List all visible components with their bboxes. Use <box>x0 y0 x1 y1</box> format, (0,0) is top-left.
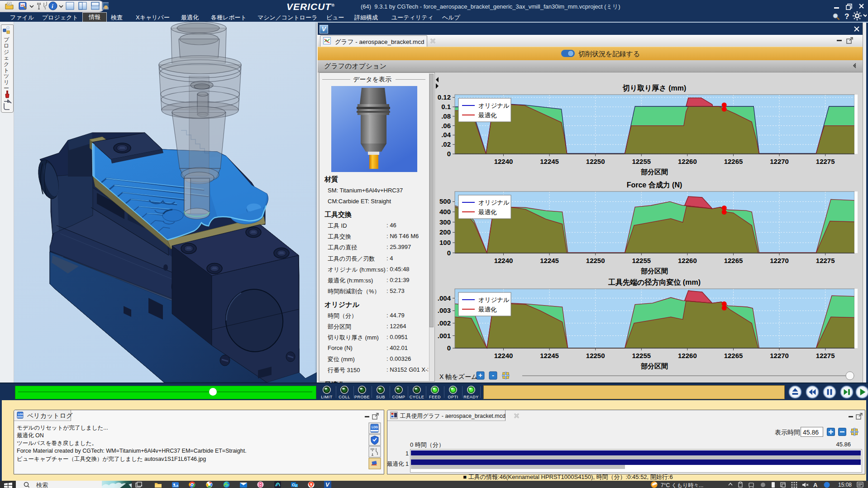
svg-text:A: A <box>813 482 818 488</box>
svg-text:200: 200 <box>439 228 451 236</box>
svg-text:Force 合成力 (N): Force 合成力 (N) <box>627 181 682 189</box>
svg-text:12250: 12250 <box>586 352 605 359</box>
svg-text:オリジナル: オリジナル <box>478 297 510 303</box>
svg-text:12260: 12260 <box>678 257 697 264</box>
svg-text:12260: 12260 <box>678 352 697 359</box>
svg-text:最適化: 最適化 <box>478 112 497 119</box>
svg-text:12275: 12275 <box>816 257 835 264</box>
svg-text:.001: .001 <box>438 332 451 340</box>
svg-text:最適化: 最適化 <box>478 209 497 215</box>
svg-text:12245: 12245 <box>540 158 559 165</box>
svg-text:0: 0 <box>447 249 451 257</box>
svg-text:500: 500 <box>439 197 451 205</box>
svg-text:12240: 12240 <box>494 352 513 359</box>
svg-text:.004: .004 <box>438 294 451 302</box>
svg-text:.04: .04 <box>441 131 451 139</box>
svg-text:12265: 12265 <box>724 257 743 264</box>
svg-text:オリジナル: オリジナル <box>478 199 510 206</box>
svg-text:.08: .08 <box>441 112 451 120</box>
svg-text:Z: Z <box>295 484 297 487</box>
svg-text:工具先端の径方向変位 (mm): 工具先端の径方向変位 (mm) <box>608 278 701 287</box>
svg-text:V: V <box>325 481 330 488</box>
svg-text:12270: 12270 <box>770 352 789 359</box>
svg-text:LOG: LOG <box>372 426 378 429</box>
svg-text:.002: .002 <box>438 319 451 327</box>
svg-text:部分区間: 部分区間 <box>641 168 668 176</box>
svg-text:12240: 12240 <box>494 257 513 264</box>
svg-text:0: 0 <box>447 150 451 158</box>
svg-text:VC: VC <box>8 3 11 5</box>
svg-text:12265: 12265 <box>724 352 743 359</box>
svg-text:.06: .06 <box>441 122 451 129</box>
svg-text:0.12: 0.12 <box>438 93 451 101</box>
svg-text:.003: .003 <box>438 306 451 314</box>
svg-text:O: O <box>292 483 295 487</box>
svg-text:12255: 12255 <box>632 257 651 264</box>
svg-text:i: i <box>52 3 53 10</box>
svg-text:-: - <box>492 371 494 379</box>
svg-text:12250: 12250 <box>586 158 605 165</box>
svg-text:LOG: LOG <box>18 413 24 416</box>
svg-text:12260: 12260 <box>678 158 697 165</box>
svg-text:12275: 12275 <box>816 352 835 359</box>
svg-text:12270: 12270 <box>770 158 789 165</box>
svg-text:12245: 12245 <box>540 257 559 264</box>
svg-text:12250: 12250 <box>586 257 605 264</box>
svg-text:300: 300 <box>439 218 451 226</box>
svg-text:12270: 12270 <box>770 257 789 264</box>
svg-text:切り取り厚さ (mm): 切り取り厚さ (mm) <box>622 84 687 92</box>
svg-text:12275: 12275 <box>816 158 835 165</box>
svg-text:400: 400 <box>439 208 451 215</box>
svg-text:0.1: 0.1 <box>441 103 451 110</box>
svg-text:0: 0 <box>447 344 451 352</box>
svg-text:12255: 12255 <box>632 352 651 359</box>
svg-text:12255: 12255 <box>632 158 651 165</box>
svg-text:最適化: 最適化 <box>478 306 497 313</box>
svg-text:X 軸をズーム: X 軸をズーム <box>439 373 477 380</box>
svg-text:オリジナル: オリジナル <box>478 102 510 109</box>
svg-text:.02: .02 <box>441 140 451 148</box>
svg-text:12265: 12265 <box>724 158 743 165</box>
svg-text:部分区間: 部分区間 <box>641 267 668 275</box>
svg-text:100: 100 <box>439 239 451 246</box>
svg-text:12245: 12245 <box>540 352 559 359</box>
svg-text:12240: 12240 <box>494 158 513 165</box>
svg-text:+: + <box>478 371 482 379</box>
svg-text:?: ? <box>844 12 849 21</box>
svg-text:部分区間: 部分区間 <box>641 362 668 370</box>
